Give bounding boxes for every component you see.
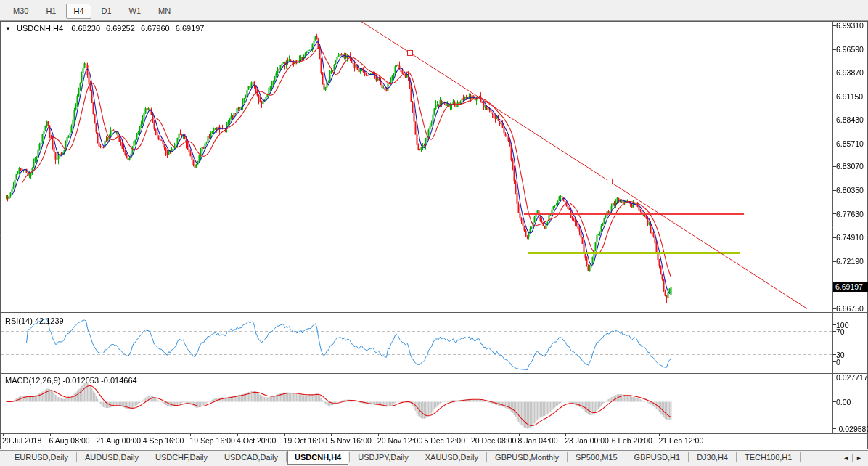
time-axis-label: 6 Aug 08:00 <box>49 436 90 445</box>
price-axis-label: 6.96590 <box>836 45 864 54</box>
ohlc-low: 6.67960 <box>141 24 170 33</box>
toolbar-separator <box>184 4 184 20</box>
tab-separator <box>800 452 801 462</box>
tab-separator <box>417 452 417 462</box>
price-axis-label: 6.80350 <box>836 186 864 195</box>
symbol-tab-tech100[interactable]: TECH100,H1 <box>737 451 799 465</box>
symbol-tab-gbpusd[interactable]: GBPUSD,H1 <box>627 451 688 465</box>
rsi-label: RSI(14) 42.1239 <box>5 316 64 325</box>
time-axis-label: 21 Feb 12:00 <box>658 436 703 445</box>
chart-legend: ▼ USDCNH,H4 6.68230 6.69252 6.67960 6.69… <box>5 24 208 33</box>
chart-collapse-icon[interactable]: ▼ <box>5 25 11 32</box>
scroll-right-icon[interactable]: ► <box>853 454 865 462</box>
tab-separator <box>567 452 568 462</box>
tab-separator <box>688 452 689 462</box>
price-axis-label: 6.99310 <box>836 21 864 30</box>
price-axis-label: 6.72190 <box>836 257 864 266</box>
price-axis-label: 6.91150 <box>836 92 863 101</box>
price-axis-label: 6.77630 <box>836 210 864 218</box>
tab-separator <box>349 452 350 462</box>
trading-terminal-window: { "tabs_top": { "items": ["M30", "H1", "… <box>0 0 868 466</box>
tab-separator <box>216 452 216 462</box>
ohlc-open: 6.68230 <box>71 24 100 33</box>
tab-scroll-controls: ◄► <box>840 454 865 462</box>
price-axis-label: 6.74910 <box>836 233 864 242</box>
symbol-tab-usdjpy[interactable]: USDJPY,Daily <box>351 451 416 465</box>
tab-separator <box>76 452 77 462</box>
rsi-axis-label: 70 <box>836 327 845 336</box>
time-axis-label: 8 Jan 04:00 <box>518 436 558 445</box>
timeframe-tab-d1[interactable]: D1 <box>94 4 119 19</box>
price-axis-label: 6.85710 <box>836 139 864 148</box>
chart-canvas[interactable] <box>0 0 868 466</box>
time-axis-label: 4 Oct 20:00 <box>237 436 276 445</box>
scroll-left-icon[interactable]: ◄ <box>840 454 852 462</box>
rsi-axis-label: 0 <box>836 358 840 367</box>
symbol-tab-sp500[interactable]: SP500,M15 <box>568 451 624 465</box>
time-axis-label: 23 Jan 00:00 <box>565 436 609 445</box>
tab-separator <box>486 452 487 462</box>
timeframe-tab-h4[interactable]: H4 <box>66 4 91 19</box>
timeframe-tab-w1[interactable]: W1 <box>122 4 149 19</box>
timeframe-tab-m30[interactable]: M30 <box>6 4 36 19</box>
time-axis-label: 21 Aug 00:00 <box>96 436 141 445</box>
time-axis-label: 5 Dec 12:00 <box>424 436 465 445</box>
timeframe-tab-mn[interactable]: MN <box>151 4 178 19</box>
symbol-tab-usdcnh[interactable]: USDCNH,H4 <box>287 451 348 465</box>
timeframe-tab-h1[interactable]: H1 <box>38 4 63 19</box>
symbol-tabbar: EURUSD,DailyAUDUSD,DailyUSDCHF,DailyUSDC… <box>0 450 868 466</box>
time-axis-label: 20 Jul 2018 <box>2 436 41 445</box>
symbol-tab-usdchf[interactable]: USDCHF,Daily <box>148 451 215 465</box>
tab-separator <box>147 452 147 462</box>
timeframe-toolbar: M30H1H4D1W1MN <box>0 0 868 21</box>
macd-axis-label: 0.00 <box>836 398 851 406</box>
price-axis-label: 6.83070 <box>836 162 864 171</box>
time-axis-label: 4 Sep 16:00 <box>143 436 184 445</box>
macd-axis-label: -0.029582 <box>836 425 868 433</box>
symbol-tab-dj30[interactable]: DJ30,H4 <box>689 451 735 465</box>
time-axis-label: 19 Oct 16:00 <box>284 436 327 445</box>
symbol-tab-audusd[interactable]: AUDUSD,Daily <box>78 451 146 465</box>
current-price-badge: 6.69197 <box>833 282 868 292</box>
tab-separator <box>626 452 626 462</box>
macd-label: MACD(12,26,9) -0.012053 -0.014664 <box>5 376 137 385</box>
ohlc-high: 6.69252 <box>106 24 135 33</box>
price-axis-label: 6.88430 <box>836 115 864 124</box>
symbol-period-label: USDCNH,H4 <box>17 24 63 33</box>
symbol-tab-usdcad[interactable]: USDCAD,Daily <box>217 451 285 465</box>
tab-separator <box>736 452 737 462</box>
ohlc-close: 6.69197 <box>176 24 205 33</box>
symbol-tab-xauusd[interactable]: XAUUSD,Daily <box>418 451 486 465</box>
symbol-tab-eurusd[interactable]: EURUSD,Daily <box>7 451 75 465</box>
price-axis-label: 6.66750 <box>836 304 864 313</box>
time-axis-label: 19 Sep 16:00 <box>189 436 234 445</box>
macd-axis-label: 0.027717 <box>836 373 868 382</box>
time-axis-label: 5 Nov 16:00 <box>330 436 372 445</box>
symbol-tab-gbpusd[interactable]: GBPUSD,Monthly <box>488 451 566 465</box>
time-axis-label: 20 Dec 08:00 <box>471 436 516 445</box>
time-axis-label: 20 Nov 12:00 <box>377 436 422 445</box>
time-axis-label: 6 Feb 20:00 <box>612 436 652 445</box>
price-axis-label: 6.93870 <box>836 68 864 77</box>
tab-separator <box>286 452 287 462</box>
